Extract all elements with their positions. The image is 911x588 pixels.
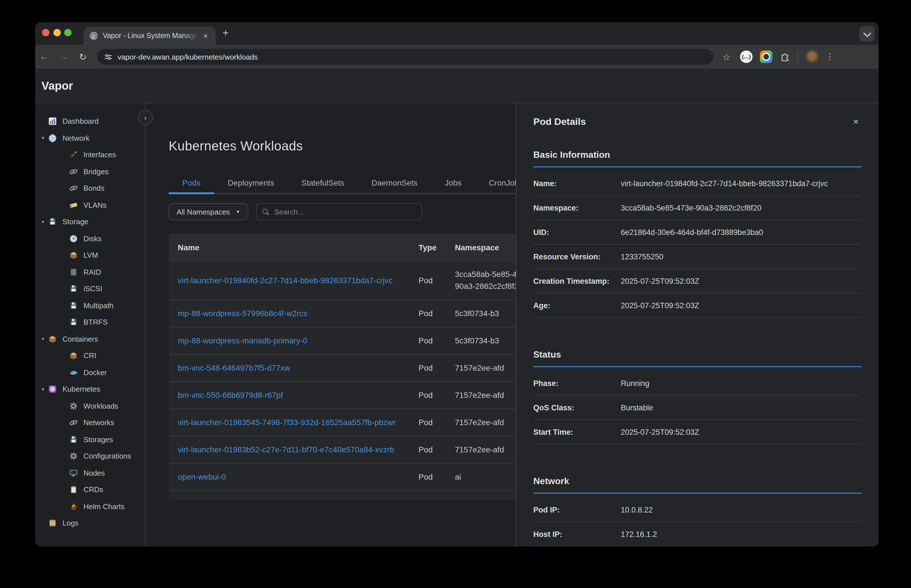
reload-button[interactable]: ↻ (75, 52, 91, 62)
browser-window: Vapor - Linux System Manage × + ← → ↻ v (35, 22, 879, 546)
sidebar-item-storages[interactable]: Storages (35, 431, 145, 448)
sidebar-item-containers[interactable]: ▾Containers (35, 331, 145, 347)
expand-caret-icon[interactable]: ▾ (40, 386, 46, 392)
table-row[interactable]: mp-88-wordpress-mariadb-primary-0Pod5c3f… (169, 327, 548, 354)
table-row[interactable]: mp-88-wordpress-57996b8c4f-w2rcsPod5c3f0… (169, 300, 548, 327)
table-row-partial (169, 490, 548, 501)
sidebar-item-bridges[interactable]: Bridges (35, 163, 145, 180)
sidebar-item-networks[interactable]: Networks (35, 414, 145, 431)
pod-name-link[interactable]: open-webui-0 (178, 472, 226, 481)
expand-caret-icon[interactable]: ▾ (40, 336, 46, 342)
field-label: Resource Version: (533, 252, 621, 261)
sidebar-item-helm-charts[interactable]: Helm Charts (35, 498, 145, 515)
sidebar-item-docker[interactable]: Docker (35, 364, 145, 381)
sidebar-item-disks[interactable]: Disks (35, 230, 145, 247)
sidebar-item-label: CRI (84, 352, 96, 360)
sidebar-collapse-button[interactable]: ‹ (138, 110, 153, 125)
namespace-filter-label: All Namespaces (176, 207, 230, 216)
sidebar-item-raid[interactable]: RAID (35, 263, 145, 280)
tab-close-icon[interactable]: × (201, 31, 210, 40)
pod-type-cell: Pod (409, 362, 446, 374)
sidebar-item-crds[interactable]: CRDs (35, 481, 145, 498)
tab-statefulsets[interactable]: StatefulSets (288, 175, 358, 194)
sidebar-item-multipath[interactable]: Multipath (35, 297, 145, 314)
sidebar-item-kubernetes[interactable]: ▾Kubernetes (35, 381, 145, 397)
section-title: Basic Information (533, 150, 862, 168)
dropdown-arrow-icon: ▼ (236, 209, 240, 214)
bookmark-star-icon[interactable]: ☆ (721, 52, 732, 62)
traffic-close-button[interactable] (42, 29, 49, 36)
sidebar-item-vlans[interactable]: VLANs (35, 197, 145, 213)
search-input[interactable] (273, 207, 416, 216)
extensions-puzzle-icon[interactable] (780, 52, 790, 62)
tab-daemonsets[interactable]: DaemonSets (358, 175, 431, 194)
sidebar-item-network[interactable]: ▾Network (35, 130, 145, 147)
forward-button[interactable]: → (56, 51, 71, 63)
traffic-minimize-button[interactable] (53, 29, 61, 36)
link-icon (69, 418, 78, 427)
sidebar-item-nodes[interactable]: Nodes (35, 465, 145, 481)
close-icon[interactable]: × (850, 116, 862, 128)
table-row[interactable]: virt-launcher-01983545-7498-7f33-932d-16… (169, 409, 548, 436)
gear-icon (69, 452, 78, 460)
table-row[interactable]: open-webui-0Podai (169, 463, 548, 490)
bar-chart-icon (48, 117, 57, 126)
browser-tab[interactable]: Vapor - Linux System Manage × (84, 27, 216, 45)
sidebar-item-bonds[interactable]: Bonds (35, 180, 145, 197)
sidebar-item-label: Storages (84, 435, 113, 444)
pod-name-link[interactable]: mp-88-wordpress-mariadb-primary-0 (178, 336, 307, 345)
pod-name-link[interactable]: bm-vnc-550-66b6979d8-r67pf (178, 391, 283, 399)
sidebar-item-interfaces[interactable]: Interfaces (35, 147, 145, 163)
field-label: Phase: (533, 379, 621, 388)
clipboard-icon (69, 486, 78, 494)
site-settings-icon[interactable] (104, 53, 112, 61)
pod-name-link[interactable]: virt-launcher-019840fd-2c27-7d14-bbeb-98… (178, 276, 393, 284)
tab-jobs[interactable]: Jobs (431, 175, 475, 194)
table-row[interactable]: virt-launcher-01983b52-c27e-7d11-bf70-e7… (169, 436, 548, 463)
sidebar-item-label: Containers (63, 335, 98, 343)
sidebar-item-btrfs[interactable]: BTRFS (35, 314, 145, 331)
section-fields: Pod IP:10.0.8.22Host IP:172.16.1.2Node:a… (533, 494, 862, 546)
field-value: 2025-07-25T09:52:03Z (621, 301, 699, 310)
address-bar[interactable]: vapor-dev.awan.app/kubernetes/workloads (97, 49, 714, 65)
search-box[interactable] (256, 203, 422, 220)
pod-name-link[interactable]: mp-88-wordpress-57996b8c4f-w2rcs (178, 309, 307, 318)
pod-name-link[interactable]: virt-launcher-01983b52-c27e-7d11-bf70-e7… (178, 445, 394, 454)
sidebar-item-label: Configurations (84, 452, 131, 460)
tab-deployments[interactable]: Deployments (214, 175, 288, 194)
sidebar-item-iscsi[interactable]: iSCSI (35, 280, 145, 297)
table-row[interactable]: virt-launcher-019840fd-2c27-7d14-bbeb-98… (169, 260, 548, 300)
page-viewport: Vapor ▾Dashboard▾NetworkInterfacesBridge… (35, 69, 879, 546)
sidebar-item-label: VLANs (84, 201, 107, 210)
expand-caret-icon[interactable]: ▾ (40, 219, 46, 225)
sidebar-item-dashboard[interactable]: ▾Dashboard (35, 113, 145, 130)
traffic-zoom-button[interactable] (64, 29, 71, 36)
sidebar-item-logs[interactable]: ▾Logs (35, 515, 145, 531)
sidebar-item-lvm[interactable]: LVM (35, 247, 145, 263)
pod-name-link[interactable]: virt-launcher-01983545-7498-7f33-932d-16… (178, 418, 396, 427)
table-row[interactable]: bm-vnc-548-646497b7f5-d77xwPod7157e2ee-a… (169, 354, 548, 381)
pod-name-cell: bm-vnc-548-646497b7f5-d77xw (169, 362, 409, 374)
sidebar-item-storage[interactable]: ▾Storage (35, 213, 145, 230)
pod-name-cell: mp-88-wordpress-mariadb-primary-0 (169, 335, 409, 347)
new-tab-button[interactable]: + (223, 27, 228, 39)
back-button[interactable]: ← (36, 51, 52, 63)
tag-icon (69, 201, 78, 210)
tab-pods[interactable]: Pods (169, 175, 214, 194)
camera-extension-icon[interactable] (760, 50, 772, 63)
browser-menu-icon[interactable]: ⋮ (825, 52, 835, 62)
sidebar-item-configurations[interactable]: Configurations (35, 448, 145, 465)
table-row[interactable]: bm-vnc-550-66b6979d8-r67pfPod7157e2ee-af… (169, 381, 548, 409)
pod-name-cell: bm-vnc-550-66b6979d8-r67pf (169, 389, 409, 401)
profile-avatar[interactable] (805, 50, 819, 63)
braces-extension-icon[interactable]: {…} (740, 50, 752, 63)
tab-list-dropdown-button[interactable] (859, 26, 875, 42)
sidebar-item-cri[interactable]: CRI (35, 347, 145, 364)
floppy-icon (69, 284, 78, 293)
url-text: vapor-dev.awan.app/kubernetes/workloads (118, 53, 258, 61)
namespace-filter-button[interactable]: All Namespaces ▼ (169, 203, 248, 220)
expand-caret-icon[interactable]: ▾ (40, 136, 46, 141)
sidebar-item-workloads[interactable]: Workloads (35, 397, 145, 414)
sidebar-item-label: Interfaces (84, 151, 116, 159)
pod-name-link[interactable]: bm-vnc-548-646497b7f5-d77xw (178, 363, 290, 372)
